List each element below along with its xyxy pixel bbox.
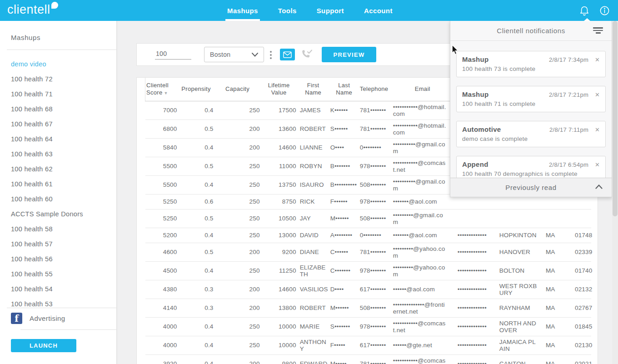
close-icon[interactable]: ✕ bbox=[595, 91, 600, 98]
phone-check-button[interactable] bbox=[300, 48, 314, 61]
sidebar-item[interactable]: 100 health 71 bbox=[0, 86, 116, 101]
close-icon[interactable]: ✕ bbox=[595, 161, 600, 168]
cell-clientell-score: 7000 bbox=[145, 101, 178, 120]
cell-propensity: 0.4 bbox=[178, 317, 214, 336]
cell-capacity: 250 bbox=[214, 194, 261, 209]
cell-email: ••••••@gte.net bbox=[389, 336, 457, 354]
column-header-clientell-score[interactable]: Clientell Score▼ bbox=[145, 78, 178, 101]
filter-icon[interactable] bbox=[593, 27, 603, 34]
cell-city bbox=[498, 209, 540, 228]
nav-item[interactable]: Support bbox=[317, 0, 344, 21]
location-dropdown[interactable]: Boston bbox=[204, 47, 264, 62]
chevron-up-icon bbox=[595, 184, 603, 189]
previously-read-toggle[interactable]: Previously read bbox=[450, 178, 612, 197]
table-row: 5200 0.4 250 13000 DAVID A•••••••• 0••••… bbox=[145, 228, 592, 243]
cell-clientell-score: 5250 bbox=[145, 209, 178, 228]
sidebar-item[interactable]: 100 health 68 bbox=[0, 101, 116, 116]
notification-card: Mashup 2/8/17 7:21pm ✕ 100 health 71 is … bbox=[456, 86, 606, 112]
cell-lifetime-value: 10500 bbox=[261, 209, 297, 228]
previously-read-label: Previously read bbox=[505, 184, 556, 191]
sidebar-item[interactable]: 100 health 64 bbox=[0, 131, 116, 146]
launch-button[interactable]: LAUNCH bbox=[11, 339, 76, 352]
cell-clientell-score: 4140 bbox=[145, 299, 178, 317]
sidebar-item[interactable]: 100 health 72 bbox=[0, 71, 116, 86]
sidebar-item[interactable]: 100 health 55 bbox=[0, 266, 116, 281]
column-header-propensity[interactable]: Propensity bbox=[178, 78, 214, 101]
cell-state: MA bbox=[540, 354, 569, 364]
sidebar-item[interactable]: 100 health 57 bbox=[0, 236, 116, 251]
cell-telephone: 508••••••• bbox=[359, 299, 389, 317]
notification-title: Mashup bbox=[462, 90, 549, 98]
count-input[interactable] bbox=[155, 48, 191, 60]
cell-clientell-score: 4000 bbox=[145, 336, 178, 354]
cell-propensity: 0.4 bbox=[178, 336, 214, 354]
cell-lifetime-value: 13600 bbox=[261, 120, 297, 138]
sidebar-item[interactable]: demo video bbox=[0, 56, 116, 71]
cell-zip: 02767 bbox=[569, 299, 591, 317]
column-header-email[interactable]: Email bbox=[389, 78, 457, 101]
notifications-list: Mashup 2/8/17 7:34pm ✕ 100 health 73 is … bbox=[450, 41, 612, 182]
sidebar-bottom: f Advertising LAUNCH bbox=[0, 308, 116, 364]
sidebar-item[interactable]: 100 health 54 bbox=[0, 281, 116, 296]
cell-email: •••••••••@yahoo.com bbox=[389, 243, 457, 261]
more-options-kebab-icon[interactable] bbox=[268, 49, 274, 61]
column-header-last-name[interactable]: LastName bbox=[329, 78, 359, 101]
cell-city: RAYNHAM bbox=[498, 299, 540, 317]
cell-capacity: 250 bbox=[214, 157, 261, 175]
nav-item[interactable]: Tools bbox=[278, 0, 297, 21]
cell-propensity: 0.5 bbox=[178, 243, 214, 261]
cell-first-name: ELIZABETH bbox=[297, 261, 329, 280]
column-header-lifetime-value[interactable]: LifetimeValue bbox=[261, 78, 297, 101]
close-icon[interactable]: ✕ bbox=[595, 126, 600, 133]
cell-telephone: 508••••••• bbox=[359, 175, 389, 194]
clientell-logo[interactable]: clientell bbox=[7, 3, 58, 17]
nav-item[interactable]: Mashups bbox=[227, 0, 258, 21]
envelope-icon bbox=[283, 51, 292, 58]
cell-last-name: K•••••• bbox=[329, 101, 359, 120]
cell-propensity: 0.4 bbox=[178, 354, 214, 364]
column-header-telephone[interactable]: Telephone bbox=[359, 78, 389, 101]
table-row: 4140 0.3 200 13800 ROBERT M•••••• 508•••… bbox=[145, 299, 592, 317]
sidebar-item[interactable]: 100 health 67 bbox=[0, 116, 116, 131]
cell-telephone: 508••••••• bbox=[359, 209, 389, 228]
cell-propensity: 0.4 bbox=[178, 228, 214, 243]
sidebar-item-advertising[interactable]: f Advertising bbox=[0, 308, 116, 329]
cell-lifetime-value: 10000 bbox=[261, 317, 297, 336]
cell-lifetime-value: 9200 bbox=[261, 243, 297, 261]
cell-masked-address bbox=[457, 209, 498, 228]
sidebar-item[interactable]: 100 health 56 bbox=[0, 251, 116, 266]
cell-clientell-score: 5250 bbox=[145, 194, 178, 209]
cell-masked-address: ••••••••••••• bbox=[457, 354, 498, 364]
sidebar-item[interactable]: ACCTS Sample Donors bbox=[0, 206, 116, 221]
cell-capacity: 250 bbox=[214, 336, 261, 354]
cell-clientell-score: 4600 bbox=[145, 243, 178, 261]
cell-lifetime-value: 13750 bbox=[261, 175, 297, 194]
cell-first-name: EDWARD bbox=[297, 354, 329, 364]
cell-lifetime-value: 14600 bbox=[261, 138, 297, 157]
advertising-label: Advertising bbox=[30, 314, 65, 322]
bell-icon[interactable] bbox=[579, 5, 589, 16]
info-icon[interactable] bbox=[599, 5, 610, 16]
column-header-capacity[interactable]: Capacity bbox=[214, 78, 261, 101]
preview-button[interactable]: PREVIEW bbox=[322, 47, 376, 62]
column-header-first-name[interactable]: FirstName bbox=[297, 78, 329, 101]
cell-last-name: S•••••• bbox=[329, 120, 359, 138]
cell-propensity: 0.5 bbox=[178, 209, 214, 228]
scrollbar-thumb[interactable] bbox=[613, 21, 618, 216]
nav-item[interactable]: Account bbox=[364, 0, 393, 21]
sidebar-item[interactable]: 100 health 63 bbox=[0, 146, 116, 161]
cell-masked-address: ••••••••••••• bbox=[457, 336, 498, 354]
sidebar-item[interactable]: 100 health 58 bbox=[0, 221, 116, 236]
cell-propensity: 0.3 bbox=[178, 280, 214, 299]
cell-zip: 02132 bbox=[569, 280, 591, 299]
close-icon[interactable]: ✕ bbox=[595, 56, 600, 63]
cell-first-name: DAVID bbox=[297, 228, 329, 243]
email-button[interactable] bbox=[280, 49, 295, 60]
sidebar-item[interactable]: 100 health 62 bbox=[0, 161, 116, 176]
sidebar-item[interactable]: 100 health 60 bbox=[0, 191, 116, 206]
notifications-panel: Clientell notifications Mashup 2/8/17 7:… bbox=[450, 21, 612, 197]
cell-state: MA bbox=[540, 228, 569, 243]
sidebar-item[interactable]: 100 health 61 bbox=[0, 176, 116, 191]
facebook-icon: f bbox=[11, 313, 22, 324]
cell-email: •••••••@aol.com bbox=[389, 194, 457, 209]
